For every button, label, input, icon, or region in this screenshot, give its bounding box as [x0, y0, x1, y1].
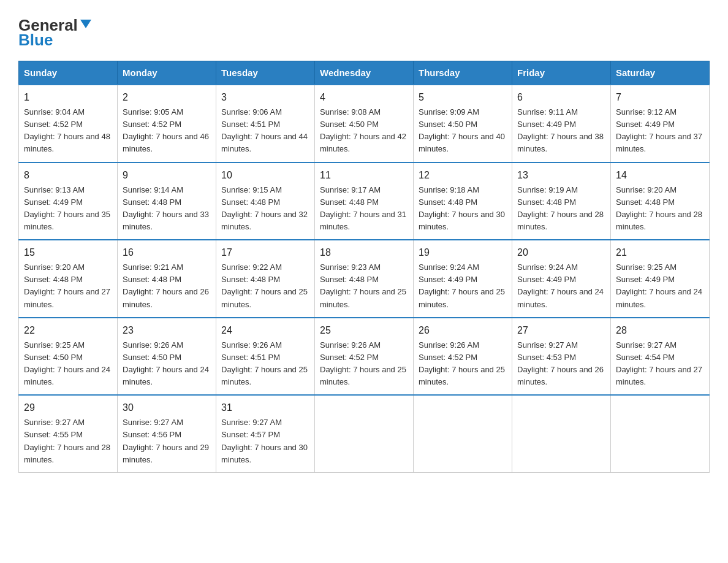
day-number: 6	[517, 90, 605, 105]
calendar-cell: 25Sunrise: 9:26 AMSunset: 4:52 PMDayligh…	[315, 318, 414, 396]
calendar-cell: 20Sunrise: 9:24 AMSunset: 4:49 PMDayligh…	[512, 240, 611, 318]
day-number: 20	[517, 245, 605, 260]
day-info: Sunrise: 9:14 AMSunset: 4:48 PMDaylight:…	[123, 185, 209, 231]
day-info: Sunrise: 9:23 AMSunset: 4:48 PMDaylight:…	[320, 262, 406, 308]
day-info: Sunrise: 9:11 AMSunset: 4:49 PMDaylight:…	[517, 107, 604, 153]
day-info: Sunrise: 9:26 AMSunset: 4:52 PMDaylight:…	[419, 340, 505, 386]
calendar-cell: 18Sunrise: 9:23 AMSunset: 4:48 PMDayligh…	[315, 240, 414, 318]
calendar-cell: 9Sunrise: 9:14 AMSunset: 4:48 PMDaylight…	[118, 163, 216, 240]
calendar-cell: 13Sunrise: 9:19 AMSunset: 4:48 PMDayligh…	[512, 163, 611, 240]
calendar-cell	[414, 395, 512, 472]
day-number: 13	[517, 168, 605, 183]
calendar-table: SundayMondayTuesdayWednesdayThursdayFrid…	[18, 61, 710, 473]
logo-blue: Blue	[18, 31, 53, 50]
svg-marker-0	[80, 20, 91, 28]
day-info: Sunrise: 9:18 AMSunset: 4:48 PMDaylight:…	[419, 185, 505, 231]
day-number: 29	[24, 400, 112, 415]
day-number: 4	[320, 90, 408, 105]
day-info: Sunrise: 9:27 AMSunset: 4:56 PMDaylight:…	[123, 418, 209, 464]
calendar-cell: 21Sunrise: 9:25 AMSunset: 4:49 PMDayligh…	[611, 240, 710, 318]
calendar-cell: 31Sunrise: 9:27 AMSunset: 4:57 PMDayligh…	[216, 395, 315, 472]
day-number: 17	[221, 245, 309, 260]
day-number: 2	[123, 90, 211, 105]
day-number: 14	[616, 168, 704, 183]
calendar-cell	[512, 395, 611, 472]
day-number: 15	[24, 245, 112, 260]
calendar-cell: 28Sunrise: 9:27 AMSunset: 4:54 PMDayligh…	[611, 318, 710, 396]
day-info: Sunrise: 9:26 AMSunset: 4:51 PMDaylight:…	[221, 340, 308, 386]
day-info: Sunrise: 9:17 AMSunset: 4:48 PMDaylight:…	[320, 185, 406, 231]
day-info: Sunrise: 9:12 AMSunset: 4:49 PMDaylight:…	[616, 107, 702, 153]
calendar-cell: 30Sunrise: 9:27 AMSunset: 4:56 PMDayligh…	[118, 395, 216, 472]
calendar-cell: 6Sunrise: 9:11 AMSunset: 4:49 PMDaylight…	[512, 85, 611, 163]
calendar-cell: 5Sunrise: 9:09 AMSunset: 4:50 PMDaylight…	[414, 85, 512, 163]
logo-triangle-icon	[79, 17, 93, 31]
day-info: Sunrise: 9:27 AMSunset: 4:55 PMDaylight:…	[24, 418, 110, 464]
page-header: General Blue	[18, 12, 710, 50]
day-number: 18	[320, 245, 408, 260]
day-number: 9	[123, 168, 211, 183]
day-info: Sunrise: 9:06 AMSunset: 4:51 PMDaylight:…	[221, 107, 308, 153]
calendar-cell: 3Sunrise: 9:06 AMSunset: 4:51 PMDaylight…	[216, 85, 315, 163]
day-info: Sunrise: 9:21 AMSunset: 4:48 PMDaylight:…	[123, 262, 209, 308]
day-number: 25	[320, 323, 408, 338]
day-info: Sunrise: 9:20 AMSunset: 4:48 PMDaylight:…	[616, 185, 702, 231]
day-info: Sunrise: 9:22 AMSunset: 4:48 PMDaylight:…	[221, 262, 308, 308]
day-number: 11	[320, 168, 408, 183]
day-number: 8	[24, 168, 112, 183]
day-info: Sunrise: 9:19 AMSunset: 4:48 PMDaylight:…	[517, 185, 604, 231]
weekday-header-saturday: Saturday	[611, 61, 710, 85]
day-number: 1	[24, 90, 112, 105]
day-number: 16	[123, 245, 211, 260]
weekday-header-friday: Friday	[512, 61, 611, 85]
weekday-header-thursday: Thursday	[414, 61, 512, 85]
day-info: Sunrise: 9:05 AMSunset: 4:52 PMDaylight:…	[123, 107, 209, 153]
day-info: Sunrise: 9:08 AMSunset: 4:50 PMDaylight:…	[320, 107, 406, 153]
calendar-week-2: 8Sunrise: 9:13 AMSunset: 4:49 PMDaylight…	[19, 163, 710, 240]
calendar-cell: 1Sunrise: 9:04 AMSunset: 4:52 PMDaylight…	[19, 85, 118, 163]
calendar-cell: 7Sunrise: 9:12 AMSunset: 4:49 PMDaylight…	[611, 85, 710, 163]
weekday-header-monday: Monday	[118, 61, 216, 85]
calendar-cell	[611, 395, 710, 472]
calendar-cell: 14Sunrise: 9:20 AMSunset: 4:48 PMDayligh…	[611, 163, 710, 240]
calendar-cell: 26Sunrise: 9:26 AMSunset: 4:52 PMDayligh…	[414, 318, 512, 396]
weekday-header-tuesday: Tuesday	[216, 61, 315, 85]
day-number: 24	[221, 323, 309, 338]
day-info: Sunrise: 9:25 AMSunset: 4:49 PMDaylight:…	[616, 262, 702, 308]
day-number: 3	[221, 90, 309, 105]
day-number: 30	[123, 400, 211, 415]
weekday-header-wednesday: Wednesday	[315, 61, 414, 85]
day-number: 22	[24, 323, 112, 338]
calendar-cell: 17Sunrise: 9:22 AMSunset: 4:48 PMDayligh…	[216, 240, 315, 318]
calendar-cell: 2Sunrise: 9:05 AMSunset: 4:52 PMDaylight…	[118, 85, 216, 163]
day-info: Sunrise: 9:24 AMSunset: 4:49 PMDaylight:…	[517, 262, 604, 308]
day-number: 28	[616, 323, 704, 338]
calendar-cell: 4Sunrise: 9:08 AMSunset: 4:50 PMDaylight…	[315, 85, 414, 163]
day-number: 12	[419, 168, 507, 183]
calendar-cell: 22Sunrise: 9:25 AMSunset: 4:50 PMDayligh…	[19, 318, 118, 396]
calendar-cell: 27Sunrise: 9:27 AMSunset: 4:53 PMDayligh…	[512, 318, 611, 396]
day-info: Sunrise: 9:04 AMSunset: 4:52 PMDaylight:…	[24, 107, 110, 153]
day-info: Sunrise: 9:09 AMSunset: 4:50 PMDaylight:…	[419, 107, 505, 153]
calendar-week-1: 1Sunrise: 9:04 AMSunset: 4:52 PMDaylight…	[19, 85, 710, 163]
day-info: Sunrise: 9:25 AMSunset: 4:50 PMDaylight:…	[24, 340, 110, 386]
calendar-cell: 19Sunrise: 9:24 AMSunset: 4:49 PMDayligh…	[414, 240, 512, 318]
day-number: 19	[419, 245, 507, 260]
day-number: 27	[517, 323, 605, 338]
calendar-cell: 12Sunrise: 9:18 AMSunset: 4:48 PMDayligh…	[414, 163, 512, 240]
calendar-cell: 8Sunrise: 9:13 AMSunset: 4:49 PMDaylight…	[19, 163, 118, 240]
day-info: Sunrise: 9:20 AMSunset: 4:48 PMDaylight:…	[24, 262, 110, 308]
day-number: 7	[616, 90, 704, 105]
day-info: Sunrise: 9:13 AMSunset: 4:49 PMDaylight:…	[24, 185, 110, 231]
day-info: Sunrise: 9:27 AMSunset: 4:57 PMDaylight:…	[221, 418, 308, 464]
calendar-week-5: 29Sunrise: 9:27 AMSunset: 4:55 PMDayligh…	[19, 395, 710, 472]
day-info: Sunrise: 9:27 AMSunset: 4:53 PMDaylight:…	[517, 340, 604, 386]
logo: General Blue	[18, 17, 93, 50]
calendar-cell: 10Sunrise: 9:15 AMSunset: 4:48 PMDayligh…	[216, 163, 315, 240]
calendar-cell	[315, 395, 414, 472]
calendar-cell: 24Sunrise: 9:26 AMSunset: 4:51 PMDayligh…	[216, 318, 315, 396]
day-number: 10	[221, 168, 309, 183]
day-number: 31	[221, 400, 309, 415]
calendar-cell: 15Sunrise: 9:20 AMSunset: 4:48 PMDayligh…	[19, 240, 118, 318]
calendar-cell: 16Sunrise: 9:21 AMSunset: 4:48 PMDayligh…	[118, 240, 216, 318]
